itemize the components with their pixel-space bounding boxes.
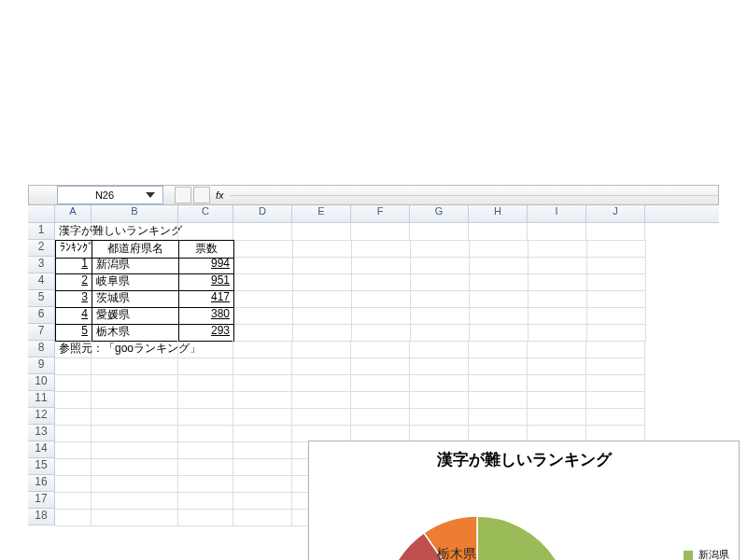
pie-slice[interactable] [477,516,571,560]
cell[interactable] [586,374,645,392]
cell[interactable] [586,391,645,409]
cell[interactable] [55,425,92,442]
cell[interactable] [178,223,233,241]
cell[interactable] [411,324,470,342]
cell[interactable] [528,357,586,375]
cell[interactable] [411,257,470,274]
row-header[interactable]: 2 [28,240,55,257]
cell[interactable]: 茨城県 [92,290,179,308]
cell[interactable] [529,273,587,291]
cell[interactable] [292,391,351,409]
cell[interactable] [351,374,410,392]
cell[interactable] [293,257,352,274]
cell[interactable] [470,290,529,308]
row-header[interactable]: 1 [28,223,55,240]
column-header[interactable]: J [586,205,645,222]
cell[interactable] [293,307,352,325]
cell[interactable] [234,257,293,274]
cell[interactable] [528,223,586,241]
cell[interactable] [293,290,352,308]
cell[interactable] [411,273,470,291]
cell[interactable]: 4 [55,307,92,325]
cell[interactable] [178,458,233,476]
column-header[interactable]: C [178,205,233,222]
cell[interactable] [178,374,233,392]
row-header[interactable]: 3 [28,257,55,273]
cell[interactable] [92,357,178,375]
cell[interactable] [233,441,292,459]
row-header[interactable]: 14 [28,441,55,458]
embedded-chart[interactable]: 漢字が難しいランキング 新潟県岐阜県茨城県愛媛県栃木県 新潟県岐阜県茨城県愛媛県… [308,441,740,560]
cell[interactable] [92,441,178,459]
column-header[interactable]: E [292,205,351,222]
cell[interactable] [233,341,292,358]
cell[interactable] [292,408,351,426]
cell[interactable] [529,324,587,342]
cell[interactable] [233,357,292,375]
cell[interactable]: 栃木県 [92,324,179,342]
cell[interactable] [233,391,292,409]
cell[interactable] [351,223,410,241]
cell[interactable] [352,324,411,342]
cell[interactable] [293,324,352,342]
row-header[interactable]: 17 [28,492,55,509]
cell[interactable] [410,374,469,392]
cell[interactable] [234,240,293,258]
cell[interactable] [470,273,529,291]
cell[interactable] [292,341,351,358]
cell[interactable] [92,475,178,493]
cell[interactable] [469,374,528,392]
cell[interactable] [293,240,352,258]
cell[interactable]: 293 [179,324,234,342]
cell[interactable] [587,324,646,342]
cell[interactable] [92,408,178,426]
cell[interactable] [470,240,529,258]
cell[interactable] [410,357,469,375]
row-header[interactable]: 8 [28,341,55,357]
name-box[interactable]: N26 [57,186,163,204]
cell[interactable] [292,357,351,375]
cell[interactable]: 5 [55,324,92,342]
cell[interactable] [351,341,410,358]
column-header[interactable]: A [55,205,92,222]
row-header[interactable]: 10 [28,374,55,391]
column-header[interactable]: I [528,205,586,222]
cell[interactable] [92,492,178,510]
cell[interactable] [233,458,292,476]
cell[interactable] [55,492,92,510]
cell[interactable] [292,374,351,392]
cell[interactable] [352,307,411,325]
cell[interactable] [92,509,178,526]
cell[interactable] [528,341,586,358]
cell[interactable] [587,240,646,258]
cell[interactable] [292,223,351,241]
formula-input[interactable] [230,194,718,196]
cell[interactable]: 951 [179,273,234,291]
row-header[interactable]: 15 [28,458,55,475]
cell[interactable]: 1 [55,257,92,274]
cell[interactable] [587,257,646,274]
cell[interactable] [92,458,178,476]
cell[interactable] [529,307,587,325]
cell[interactable] [528,408,586,426]
cell[interactable] [55,357,92,375]
cell[interactable] [410,408,469,426]
cell[interactable]: 2 [55,273,92,291]
cell[interactable] [178,341,233,358]
cell[interactable] [410,223,469,241]
cell[interactable]: 参照元：「gooランキング」 [55,341,92,358]
cell[interactable] [55,441,92,459]
cell[interactable]: 愛媛県 [92,307,179,325]
cell[interactable] [55,475,92,493]
cell[interactable] [92,391,178,409]
cell[interactable] [178,492,233,510]
column-header[interactable]: F [351,205,410,222]
cell[interactable] [587,307,646,325]
cell[interactable] [411,240,470,258]
cell[interactable] [587,273,646,291]
cell[interactable] [92,374,178,392]
cell[interactable] [233,492,292,510]
cell[interactable] [587,290,646,308]
cell[interactable] [351,408,410,426]
row-header[interactable]: 12 [28,408,55,425]
